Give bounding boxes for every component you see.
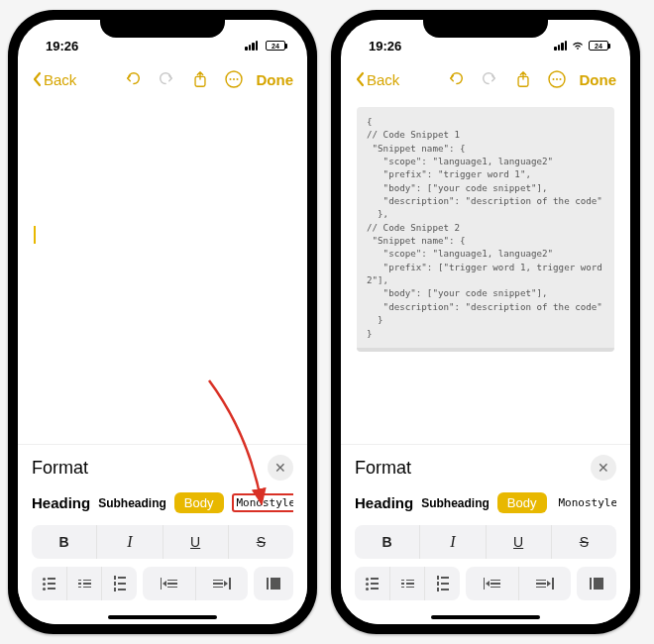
cellular-icon — [245, 41, 258, 51]
back-button[interactable]: Back — [32, 71, 76, 88]
format-title: Format — [32, 458, 88, 479]
iphone-left: 19:26 24 Back Done Format — [8, 10, 317, 634]
dash-list-button[interactable] — [66, 567, 102, 600]
chevron-left-icon — [355, 71, 365, 87]
blockquote-icon — [267, 578, 280, 590]
style-heading[interactable]: Heading — [32, 494, 90, 511]
list-format-row — [32, 567, 293, 600]
screen-right: 19:26 24 Back Done { // Code Snippet 1 "… — [341, 20, 630, 624]
home-indicator — [431, 615, 540, 619]
status-time: 19:26 — [369, 39, 401, 54]
cellular-icon — [554, 41, 567, 51]
nav-bar: Back Done — [341, 59, 630, 99]
more-button[interactable] — [219, 69, 249, 89]
number-list-button[interactable] — [424, 567, 460, 600]
blockquote-button[interactable] — [254, 567, 293, 600]
close-button[interactable]: ✕ — [591, 455, 616, 481]
format-panel: Format ✕ Heading Subheading Body Monosty… — [341, 444, 630, 624]
strike-button[interactable]: S — [228, 525, 293, 559]
format-panel: Format ✕ Heading Subheading Body Monosty… — [18, 444, 307, 624]
outdent-button[interactable] — [143, 567, 195, 600]
bold-button[interactable]: B — [32, 525, 96, 559]
close-button[interactable]: ✕ — [268, 455, 293, 481]
done-button[interactable]: Done — [257, 71, 294, 88]
screen-left: 19:26 24 Back Done Format — [18, 20, 307, 624]
battery-icon: 24 — [589, 41, 608, 51]
paragraph-styles: Heading Subheading Body Monostyled — [355, 492, 616, 513]
bold-button[interactable]: B — [355, 525, 419, 559]
style-monostyled[interactable]: Monostyled — [232, 493, 294, 512]
redo-button[interactable] — [152, 70, 181, 88]
back-button[interactable]: Back — [355, 71, 399, 88]
text-format-group: B I U S — [32, 525, 293, 559]
blockquote-button[interactable] — [577, 567, 616, 600]
style-heading[interactable]: Heading — [355, 494, 413, 511]
redo-button[interactable] — [475, 70, 504, 88]
style-subheading[interactable]: Subheading — [421, 496, 490, 510]
indent-button[interactable] — [195, 567, 249, 600]
back-label: Back — [44, 71, 76, 88]
iphone-right: 19:26 24 Back Done { // Code Snippet 1 "… — [331, 10, 640, 634]
note-content-empty[interactable] — [18, 99, 307, 444]
battery-icon: 24 — [266, 41, 285, 51]
italic-button[interactable]: I — [96, 525, 162, 559]
more-button[interactable] — [542, 69, 572, 89]
notch — [100, 10, 225, 38]
status-time: 19:26 — [46, 39, 78, 54]
svg-point-7 — [552, 78, 554, 80]
bullet-list-button[interactable] — [32, 567, 66, 600]
notch — [423, 10, 548, 38]
style-body[interactable]: Body — [497, 492, 547, 513]
text-format-group: B I U S — [355, 525, 616, 559]
note-content-code[interactable]: { // Code Snippet 1 "Snippet name": { "s… — [341, 99, 630, 444]
text-cursor — [34, 226, 36, 244]
dash-list-button[interactable] — [389, 567, 425, 600]
format-title: Format — [355, 458, 411, 479]
outdent-button[interactable] — [466, 567, 518, 600]
list-format-row — [355, 567, 616, 600]
svg-point-8 — [556, 78, 558, 80]
paragraph-styles: Heading Subheading Body Monostyled — [32, 492, 293, 513]
style-monostyled[interactable]: Monostyled — [555, 494, 617, 511]
bullet-list-button[interactable] — [355, 567, 389, 600]
share-button[interactable] — [508, 70, 538, 88]
underline-button[interactable]: U — [163, 525, 228, 559]
home-indicator — [108, 615, 217, 619]
share-button[interactable] — [185, 70, 215, 88]
svg-point-2 — [229, 78, 231, 80]
italic-button[interactable]: I — [419, 525, 485, 559]
done-button[interactable]: Done — [580, 71, 617, 88]
wifi-icon — [571, 39, 585, 54]
indent-button[interactable] — [518, 567, 572, 600]
svg-point-4 — [236, 78, 238, 80]
nav-bar: Back Done — [18, 59, 307, 99]
chevron-left-icon — [32, 71, 42, 87]
blockquote-icon — [590, 578, 603, 590]
undo-button[interactable] — [118, 70, 148, 88]
svg-point-9 — [559, 78, 561, 80]
undo-button[interactable] — [441, 70, 471, 88]
status-right: 24 — [245, 39, 285, 54]
style-subheading[interactable]: Subheading — [98, 496, 166, 510]
code-block[interactable]: { // Code Snippet 1 "Snippet name": { "s… — [357, 107, 614, 352]
number-list-button[interactable] — [101, 567, 137, 600]
underline-button[interactable]: U — [486, 525, 551, 559]
status-right: 24 — [554, 39, 608, 54]
strike-button[interactable]: S — [551, 525, 616, 559]
svg-point-3 — [233, 78, 235, 80]
back-label: Back — [367, 71, 399, 88]
style-body[interactable]: Body — [174, 492, 224, 513]
